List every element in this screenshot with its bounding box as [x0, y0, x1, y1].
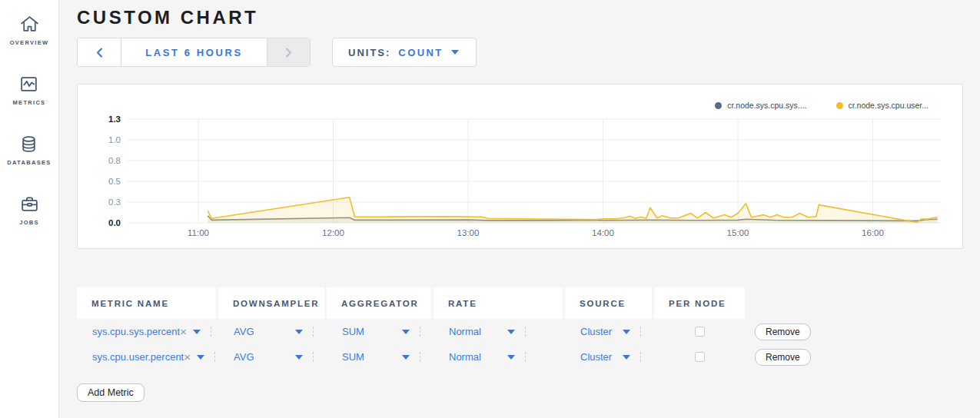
- svg-text:0.5: 0.5: [108, 177, 121, 186]
- custom-chart-card: cr.node.sys.cpu.sys.... cr.node.sys.cpu.…: [77, 84, 963, 249]
- column-header-per-node: PER NODE: [654, 287, 745, 319]
- chevron-right-icon: [285, 48, 292, 58]
- aggregator-value: SUM: [342, 326, 364, 337]
- legend-item-user[interactable]: cr.node.sys.cpu.user...: [836, 101, 929, 110]
- chevron-down-icon[interactable]: [193, 330, 201, 334]
- aggregator-select[interactable]: SUM: [327, 319, 431, 344]
- time-window-next-button[interactable]: [267, 38, 310, 66]
- svg-text:13:00: 13:00: [457, 228, 480, 237]
- column-header-aggregator: AGGREGATOR: [327, 287, 431, 319]
- time-window-selector: LAST 6 HOURS: [77, 38, 311, 67]
- metric-table: METRIC NAME DOWNSAMPLER AGGREGATOR RATE …: [77, 287, 963, 402]
- focus-dash-icon: [525, 352, 526, 362]
- chevron-down-icon[interactable]: [507, 355, 515, 360]
- focus-dash-icon: [640, 352, 641, 362]
- rate-value: Normal: [449, 326, 481, 337]
- source-select[interactable]: Cluster: [565, 319, 652, 344]
- focus-dash-icon: [211, 327, 211, 337]
- column-header-downsampler: DOWNSAMPLER: [218, 287, 324, 319]
- sidebar: OVERVIEW METRICS DATABASES JOBS: [0, 0, 59, 418]
- per-node-checkbox[interactable]: [695, 327, 705, 337]
- legend-label: cr.node.sys.cpu.sys....: [727, 101, 806, 110]
- source-value: Cluster: [580, 351, 612, 363]
- aggregator-select[interactable]: SUM: [327, 344, 431, 370]
- table-row: sys.cpu.user.percent × AVG SUM Normal: [77, 344, 963, 370]
- metrics-icon: [18, 74, 39, 95]
- svg-text:0.3: 0.3: [108, 197, 121, 207]
- jobs-icon: [19, 194, 40, 214]
- source-value: Cluster: [580, 326, 612, 337]
- time-window-dropdown[interactable]: LAST 6 HOURS: [121, 38, 267, 66]
- svg-text:14:00: 14:00: [592, 228, 614, 237]
- units-label: UNITS:: [348, 47, 390, 58]
- chevron-down-icon[interactable]: [507, 330, 515, 334]
- sidebar-item-jobs[interactable]: JOBS: [19, 194, 40, 226]
- focus-dash-icon: [214, 352, 215, 362]
- svg-text:0.0: 0.0: [108, 218, 121, 227]
- svg-text:1.3: 1.3: [108, 114, 121, 124]
- legend-label: cr.node.sys.cpu.user...: [849, 101, 929, 110]
- column-header-rate: RATE: [434, 287, 563, 319]
- add-metric-button[interactable]: Add Metric: [77, 383, 145, 402]
- downsampler-select[interactable]: AVG: [218, 319, 324, 344]
- remove-button[interactable]: Remove: [755, 323, 811, 340]
- main-content: CUSTOM CHART LAST 6 HOURS UNITS: COUNT: [59, 7, 980, 402]
- rate-select[interactable]: Normal: [434, 344, 563, 370]
- chevron-down-icon[interactable]: [295, 355, 303, 360]
- legend-dot-icon: [715, 102, 722, 109]
- chevron-down-icon[interactable]: [295, 330, 303, 334]
- chevron-down-icon[interactable]: [623, 355, 630, 360]
- units-value: COUNT: [398, 47, 443, 58]
- home-icon: [19, 14, 40, 35]
- downsampler-value: AVG: [234, 326, 254, 337]
- sidebar-item-label: DATABASES: [7, 159, 51, 166]
- remove-button[interactable]: Remove: [755, 349, 811, 366]
- focus-dash-icon: [640, 327, 641, 337]
- focus-dash-icon: [313, 352, 314, 362]
- focus-dash-icon: [420, 352, 420, 362]
- column-header-metric-name: METRIC NAME: [77, 287, 216, 319]
- table-header-row: METRIC NAME DOWNSAMPLER AGGREGATOR RATE …: [77, 287, 963, 319]
- chevron-down-icon[interactable]: [402, 330, 410, 334]
- column-header-actions: [747, 287, 832, 319]
- sidebar-item-label: METRICS: [13, 99, 46, 106]
- controls-row: LAST 6 HOURS UNITS: COUNT: [77, 38, 963, 67]
- legend-dot-icon: [836, 102, 843, 109]
- downsampler-value: AVG: [234, 351, 254, 363]
- chevron-left-icon: [96, 48, 103, 58]
- metric-name-value[interactable]: sys.cpu.sys.percent: [92, 326, 180, 337]
- chart-legend: cr.node.sys.cpu.sys.... cr.node.sys.cpu.…: [715, 101, 929, 110]
- chevron-down-icon[interactable]: [623, 330, 630, 334]
- time-window-prev-button[interactable]: [78, 38, 121, 66]
- sidebar-item-databases[interactable]: DATABASES: [7, 134, 51, 166]
- sidebar-item-metrics[interactable]: METRICS: [13, 74, 46, 106]
- clear-metric-icon[interactable]: ×: [180, 326, 187, 337]
- units-dropdown[interactable]: UNITS: COUNT: [332, 38, 477, 67]
- svg-text:0.8: 0.8: [108, 156, 121, 165]
- actions-cell: Remove: [747, 344, 832, 370]
- legend-item-sys[interactable]: cr.node.sys.cpu.sys....: [715, 101, 806, 110]
- rate-select[interactable]: Normal: [434, 319, 563, 344]
- actions-cell: Remove: [747, 319, 832, 344]
- clear-metric-icon[interactable]: ×: [184, 351, 191, 363]
- svg-text:15:00: 15:00: [727, 228, 749, 237]
- chevron-down-icon[interactable]: [402, 355, 410, 360]
- per-node-checkbox[interactable]: [695, 352, 705, 362]
- rate-value: Normal: [449, 351, 481, 363]
- sidebar-item-overview[interactable]: OVERVIEW: [10, 14, 49, 46]
- metric-name-select[interactable]: sys.cpu.user.percent ×: [77, 344, 216, 370]
- downsampler-select[interactable]: AVG: [218, 344, 324, 370]
- svg-text:1.0: 1.0: [108, 135, 121, 144]
- source-select[interactable]: Cluster: [565, 344, 652, 370]
- aggregator-value: SUM: [342, 351, 364, 363]
- per-node-cell: [654, 344, 745, 370]
- metric-name-select[interactable]: sys.cpu.sys.percent ×: [77, 319, 216, 344]
- sidebar-item-label: JOBS: [19, 219, 39, 226]
- table-row: sys.cpu.sys.percent × AVG SUM Normal: [77, 319, 963, 344]
- svg-text:16:00: 16:00: [862, 228, 884, 237]
- column-header-source: SOURCE: [565, 287, 652, 319]
- sidebar-item-label: OVERVIEW: [10, 39, 49, 46]
- focus-dash-icon: [313, 327, 314, 337]
- metric-name-value[interactable]: sys.cpu.user.percent: [92, 351, 184, 363]
- chevron-down-icon[interactable]: [197, 355, 204, 360]
